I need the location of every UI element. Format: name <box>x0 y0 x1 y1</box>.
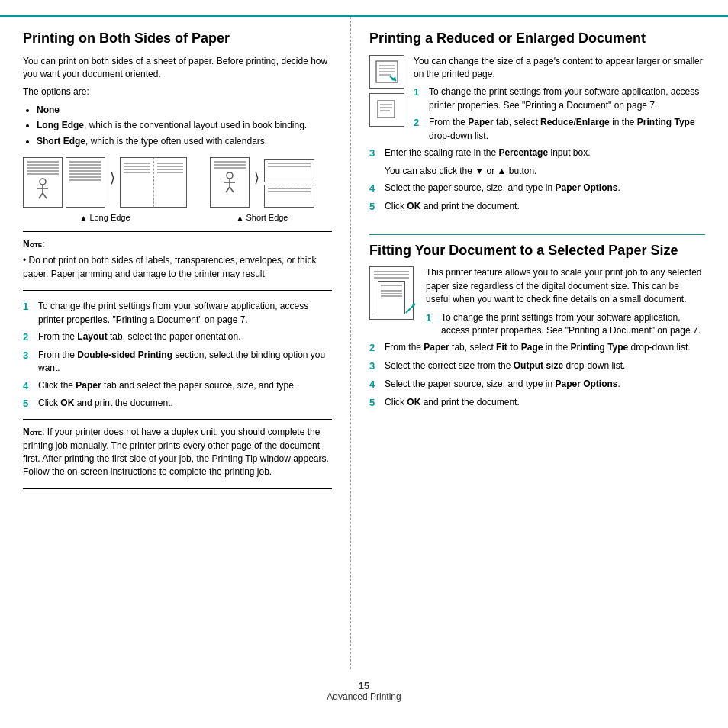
page-number: 15 <box>0 680 728 691</box>
note-text: • Do not print on both sides of labels, … <box>23 254 332 281</box>
section2-step-1: 1 To change the print settings from your… <box>426 311 705 338</box>
short-edge-pages: ⟩ <box>210 157 314 208</box>
svg-line-3 <box>39 193 43 198</box>
svg-point-0 <box>40 179 46 185</box>
section2-text: This printer feature allows you to scale… <box>369 266 705 410</box>
page-turn-arrow: ⟩ <box>110 169 115 186</box>
right-title-1: Printing a Reduced or Enlarged Document <box>369 31 705 47</box>
fit-arrow-svg <box>404 302 417 314</box>
content-area: Printing on Both Sides of Paper You can … <box>0 15 728 669</box>
left-step-2: 2 From the Layout tab, select the paper … <box>23 330 332 345</box>
fit-icon-area <box>369 266 417 323</box>
section1-steps: 1 To change the print settings from your… <box>369 85 705 214</box>
long-edge-page1 <box>23 157 63 208</box>
reduce-enlarge-icons <box>369 55 404 127</box>
page-lines <box>27 161 59 205</box>
left-intro2: The options are: <box>23 85 332 98</box>
left-title: Printing on Both Sides of Paper <box>23 31 332 47</box>
section1-step-4: 4 Select the paper source, size, and typ… <box>369 182 705 196</box>
se-book-bottom <box>264 185 314 208</box>
section2-intro: This printer feature allows you to scale… <box>369 266 705 306</box>
svg-line-8 <box>226 187 230 192</box>
fit-outer-lines <box>374 271 409 280</box>
book-right <box>153 157 187 208</box>
book-right-lines <box>157 163 183 205</box>
short-edge-group: ⟩ <box>210 157 314 222</box>
section2-content: This printer feature allows you to scale… <box>369 266 705 416</box>
options-list: None Long Edge, which is the conventiona… <box>37 104 332 148</box>
caption-arrow-up: ▲ <box>79 214 87 222</box>
stick-figure <box>27 178 59 199</box>
fit-inner-page <box>378 281 405 314</box>
section1-step-2: 2 From the Paper tab, select Reduce/Enla… <box>414 116 705 143</box>
book-left <box>120 157 153 208</box>
svg-point-5 <box>227 172 233 179</box>
se-arrow: ⟩ <box>254 169 259 186</box>
short-edge-caption: ▲ Short Edge <box>236 213 288 222</box>
left-step-1: 1 To change the print settings from your… <box>23 300 332 327</box>
section2-step-2: 2 From the Paper tab, select Fit to Page… <box>369 341 705 356</box>
book-left-lines <box>124 163 150 205</box>
reduce-icon <box>369 93 404 127</box>
section2-step-4: 4 Select the paper source, size, and typ… <box>369 378 705 392</box>
section2-step-5: 5 Click OK and print the document. <box>369 396 705 411</box>
right-title-2: Fitting Your Document to a Selected Pape… <box>369 243 705 259</box>
footer-section: Advanced Printing <box>327 691 401 702</box>
section1-intro: You can change the size of a page's cont… <box>369 55 705 82</box>
right-divider <box>369 234 705 235</box>
svg-line-9 <box>230 187 234 192</box>
note-box-2: Note: If your printer does not have a du… <box>23 419 332 489</box>
left-step-3: 3 From the Double-sided Printing section… <box>23 349 332 375</box>
section1-content: You can change the size of a page's cont… <box>369 55 705 221</box>
section1-step-3b: You can also click the ▼ or ▲ button. <box>369 165 705 178</box>
se-caption-arrow: ▲ <box>236 214 243 222</box>
section2-step-3: 3 Select the correct size from the Outpu… <box>369 359 705 374</box>
long-edge-page2 <box>66 157 105 208</box>
svg-rect-17 <box>378 101 395 118</box>
right-column: Printing a Reduced or Enlarged Document <box>351 17 728 669</box>
reduce-svg <box>375 98 399 122</box>
section-reduced-enlarged: Printing a Reduced or Enlarged Document <box>369 31 705 221</box>
short-edge-page1 <box>210 157 250 208</box>
left-column: Printing on Both Sides of Paper You can … <box>0 17 351 669</box>
se-book-top <box>264 159 314 182</box>
left-step-4: 4 Click the Paper tab and select the pap… <box>23 379 332 394</box>
open-book <box>120 157 187 208</box>
footer: 15 Advanced Printing <box>0 669 728 705</box>
fit-page-container <box>369 266 417 323</box>
left-steps: 1 To change the print settings from your… <box>23 300 332 411</box>
section1-step-1: 1 To change the print settings from your… <box>414 85 705 112</box>
section1-step-5: 5 Click OK and print the document. <box>369 200 705 214</box>
se-figure <box>214 172 246 193</box>
option-short: Short Edge, which is the type often used… <box>37 135 332 148</box>
duplex-illustrations: ⟩ <box>23 157 332 222</box>
page: Printing on Both Sides of Paper You can … <box>0 0 728 728</box>
section1-step-3: 3 Enter the scaling rate in the Percenta… <box>369 147 705 161</box>
enlarge-icon <box>369 55 404 89</box>
se-page1-lines <box>214 161 246 205</box>
section1-text: You can change the size of a page's cont… <box>369 55 705 214</box>
se-book-bottom-lines <box>268 188 311 192</box>
fit-inner-lines <box>381 285 402 298</box>
option-none: None <box>37 104 332 117</box>
fit-arrow <box>404 302 417 317</box>
left-step-5: 5 Click OK and print the document. <box>23 397 332 411</box>
left-intro1: You can print on both sides of a sheet o… <box>23 55 332 82</box>
note-title: Note: <box>23 238 332 251</box>
option-long: Long Edge, which is the conventional lay… <box>37 119 332 132</box>
note-box: Note: • Do not print on both sides of la… <box>23 231 332 291</box>
page2-lines <box>69 161 101 205</box>
long-edge-caption: ▲ Long Edge <box>79 213 130 222</box>
se-book-top-lines <box>268 163 311 167</box>
note2-text: Note: If your printer does not have a du… <box>23 426 332 479</box>
svg-line-4 <box>43 193 47 198</box>
section2-steps: 1 To change the print settings from your… <box>369 311 705 411</box>
short-edge-book <box>264 159 314 208</box>
long-edge-group: ⟩ <box>23 157 187 222</box>
enlarge-svg <box>375 60 399 84</box>
section-fitting: Fitting Your Document to a Selected Pape… <box>369 243 705 417</box>
long-edge-pages: ⟩ <box>23 157 187 208</box>
